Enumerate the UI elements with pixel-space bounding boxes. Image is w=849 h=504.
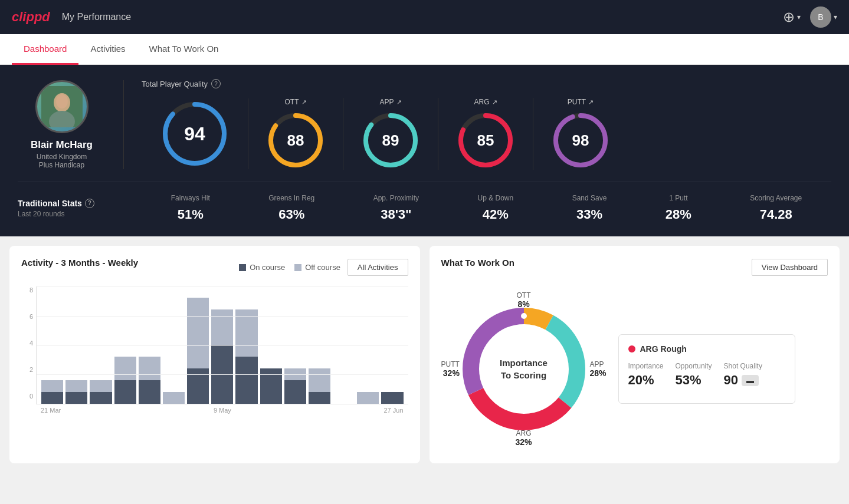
player-handicap: Plus Handicap xyxy=(39,161,84,169)
y-axis: 8 6 4 2 0 xyxy=(21,286,33,400)
metric-label: Importance xyxy=(628,362,664,370)
bar-group xyxy=(41,380,63,404)
bar-off xyxy=(235,309,257,357)
header-title: My Performance xyxy=(62,12,131,22)
stat-value: 63% xyxy=(278,207,304,222)
bar-group xyxy=(260,368,282,404)
bar-off xyxy=(90,380,112,392)
ott-label: OTT ↗ xyxy=(285,98,307,106)
bar-on xyxy=(260,368,282,404)
legend-off-label: Off course xyxy=(305,263,340,272)
bar-off xyxy=(357,392,379,404)
y-label: 8 xyxy=(21,286,33,294)
svg-point-3 xyxy=(56,94,68,108)
segment-pct-putt: 32% xyxy=(441,368,460,378)
tab-what-to-work-on[interactable]: What To Work On xyxy=(137,34,231,65)
avatar: B xyxy=(810,6,831,28)
info-icon[interactable]: ? xyxy=(85,199,94,208)
trad-subtitle: Last 20 rounds xyxy=(18,210,106,218)
donut-center: Importance To Scoring xyxy=(500,357,548,381)
bar-on xyxy=(114,380,136,404)
bar-on xyxy=(211,345,233,404)
segment-pct-ott: 8% xyxy=(517,299,531,309)
bar-on xyxy=(65,392,87,404)
stat-value: 74.28 xyxy=(760,207,792,222)
nav-tabs: Dashboard Activities What To Work On xyxy=(0,34,849,65)
quality-label: Total Player Quality xyxy=(142,80,208,88)
x-axis: 21 Mar 9 May 27 Jun xyxy=(36,404,408,414)
stat-value: 42% xyxy=(483,207,509,222)
activity-card: Activity - 3 Months - Weekly On course O… xyxy=(9,246,420,463)
quality-header: Total Player Quality ? xyxy=(142,79,831,88)
add-button[interactable]: ⊕ ▾ xyxy=(783,10,801,24)
score-arg: ARG ↗ 85 xyxy=(438,98,533,170)
player-country: United Kingdom xyxy=(37,153,87,161)
score-total: 94 xyxy=(142,98,248,169)
bar-off xyxy=(163,392,185,404)
stat-sandsave: Sand Save 33% xyxy=(572,194,607,222)
metric-value: 53% xyxy=(676,373,712,388)
legend-off-icon xyxy=(294,264,301,271)
chart-legend: On course Off course xyxy=(239,263,340,272)
trad-values: Fairways Hit 51% Greens In Reg 63% App. … xyxy=(124,194,831,222)
work-title: What To Work On xyxy=(441,258,514,268)
legend-on-icon xyxy=(239,264,246,271)
bar-chart-wrapper: 8 6 4 2 0 21 Mar 9 Ma xyxy=(21,286,408,414)
score-app: APP ↗ 89 xyxy=(343,98,438,170)
putt-circle: 98 xyxy=(551,111,610,170)
stat-name: Fairways Hit xyxy=(171,194,210,202)
metric-value: 90 xyxy=(724,373,738,388)
view-dashboard-button[interactable]: View Dashboard xyxy=(752,259,828,276)
y-label: 6 xyxy=(21,313,33,320)
bar-off xyxy=(65,380,87,392)
putt-label: PUTT 32% xyxy=(441,360,462,378)
arrow-icon: ↗ xyxy=(492,98,497,106)
header-right: ⊕ ▾ B ▾ xyxy=(783,6,837,28)
metric-badge: ▬ xyxy=(742,375,759,386)
avatar xyxy=(35,80,88,133)
ott-circle: 88 xyxy=(266,111,325,170)
segment-label-arg: ARG xyxy=(515,429,532,437)
arrow-icon: ↗ xyxy=(301,98,307,106)
activity-title: Activity - 3 Months - Weekly xyxy=(21,258,138,268)
stat-value: 38'3" xyxy=(381,207,411,222)
quality-scores: 94 OTT ↗ 88 xyxy=(142,98,831,170)
segment-pct-app: 28% xyxy=(589,368,606,378)
trad-label: Traditional Stats ? Last 20 rounds xyxy=(18,199,124,218)
score-value: 89 xyxy=(382,131,399,150)
segment-label-ott: OTT xyxy=(517,291,531,299)
bar-on xyxy=(309,392,330,404)
bar-group xyxy=(235,309,257,404)
arrow-icon: ↗ xyxy=(396,98,402,106)
tab-dashboard[interactable]: Dashboard xyxy=(12,34,78,65)
stat-name: Greens In Reg xyxy=(268,194,314,202)
red-dot-icon xyxy=(628,345,635,353)
bar-on xyxy=(90,392,112,404)
chevron-down-icon: ▾ xyxy=(834,13,837,21)
score-value: 94 xyxy=(184,123,205,145)
metric-opportunity: Opportunity 53% xyxy=(676,362,712,388)
tab-activities[interactable]: Activities xyxy=(78,34,137,65)
svg-point-18 xyxy=(521,313,527,319)
segment-label-putt: PUTT xyxy=(441,360,460,368)
stat-value: 33% xyxy=(576,207,602,222)
user-menu[interactable]: B ▾ xyxy=(810,6,837,28)
stat-value: 28% xyxy=(666,207,691,222)
stat-name: Up & Down xyxy=(478,194,514,202)
legend-on-label: On course xyxy=(250,263,285,272)
arg-label: ARG ↗ xyxy=(474,98,497,106)
y-label: 4 xyxy=(21,340,33,347)
bar-on xyxy=(284,380,306,404)
arg-circle: 85 xyxy=(456,111,515,170)
stat-name: Scoring Average xyxy=(750,194,802,202)
stat-fairways: Fairways Hit 51% xyxy=(171,194,210,222)
info-icon[interactable]: ? xyxy=(211,79,221,88)
bar-group xyxy=(114,357,136,404)
legend-off-course: Off course xyxy=(294,263,340,272)
all-activities-button[interactable]: All Activities xyxy=(348,259,408,276)
bar-group xyxy=(211,309,233,404)
player-info: Blair McHarg United Kingdom Plus Handica… xyxy=(18,80,124,169)
bar-on xyxy=(41,392,63,404)
logo: clippd xyxy=(12,9,50,25)
header: clippd My Performance ⊕ ▾ B ▾ xyxy=(0,0,849,34)
